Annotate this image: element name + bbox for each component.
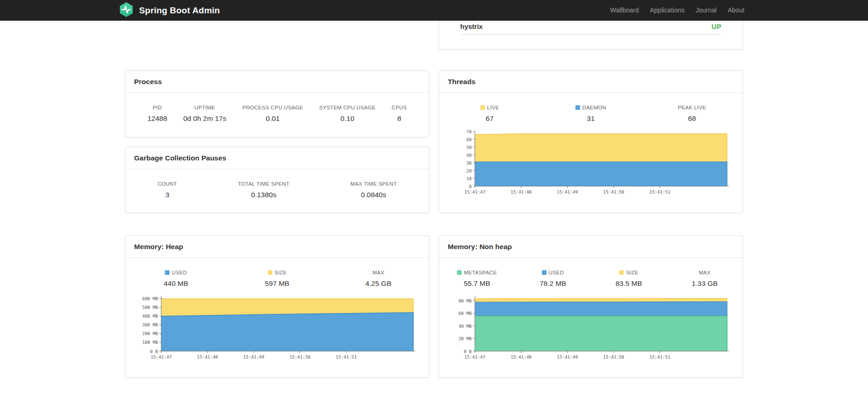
threads-panel-title: Threads (439, 71, 743, 93)
svg-text:15:41:50: 15:41:50 (289, 354, 310, 359)
metric-label: UPTIME (183, 105, 226, 110)
legend-item-metaspace: METASPACE 55.7 MB (439, 270, 515, 288)
used-swatch-icon (165, 270, 169, 275)
gc-panel-title: Garbage Collection Pauses (125, 147, 429, 169)
nav-item-wallboard[interactable]: Wallboard (604, 0, 644, 21)
brand-logo-icon (118, 1, 135, 20)
metric-label: SYSTEM CPU USAGE (319, 105, 376, 110)
metric-pid: PID 12488 (147, 105, 167, 123)
svg-text:15:41:51: 15:41:51 (336, 354, 357, 359)
svg-text:15:41:50: 15:41:50 (603, 189, 624, 194)
application-name-link[interactable]: hystrix (460, 23, 483, 30)
memory-nonheap-panel: Memory: Non heap METASPACE 55.7 MB USED … (439, 235, 743, 378)
legend-value: 78.2 MB (515, 279, 591, 288)
legend-label: USED (515, 270, 591, 275)
metaspace-swatch-icon (457, 270, 462, 275)
applications-panel: hystrix UP (439, 21, 743, 50)
legend-label: METASPACE (439, 270, 515, 275)
threads-legend: LIVE 67 DAEMON 31 PEAK LIVE 68 (439, 93, 743, 123)
svg-text:500 MB: 500 MB (142, 305, 158, 310)
size-swatch-icon (619, 270, 624, 275)
nav-item-journal[interactable]: Journal (690, 0, 722, 21)
metric-label: PID (147, 105, 167, 110)
svg-text:15:41:48: 15:41:48 (511, 354, 532, 359)
brand-link[interactable]: Spring Boot Admin (118, 1, 220, 20)
svg-text:60 MB: 60 MB (458, 311, 472, 316)
svg-text:0 B: 0 B (150, 349, 158, 354)
legend-item-size: SIZE 597 MB (226, 270, 327, 288)
metric-cpus: CPUS 8 (392, 105, 407, 123)
legend-value: 440 MB (125, 279, 226, 288)
legend-item-size: SIZE 83.5 MB (591, 270, 667, 288)
legend-value: 83.5 MB (591, 279, 667, 288)
legend-item-used: USED 440 MB (125, 270, 226, 288)
daemon-swatch-icon (575, 105, 580, 110)
svg-text:15:41:48: 15:41:48 (511, 189, 532, 194)
metric-value: 8 (392, 114, 407, 123)
svg-text:0 B: 0 B (464, 349, 472, 354)
svg-text:200 MB: 200 MB (142, 331, 158, 336)
legend-label: MAX (328, 270, 429, 275)
metric-label: PROCESS CPU USAGE (242, 105, 303, 110)
svg-text:15:41:47: 15:41:47 (151, 354, 172, 359)
svg-text:80 MB: 80 MB (458, 298, 472, 303)
nonheap-memory-chart: 0 B20 MB40 MB60 MB80 MB15:41:4715:41:481… (443, 293, 739, 362)
legend-value: 31 (540, 114, 641, 123)
legend-value: 1.33 GB (667, 279, 743, 288)
nav-item-about[interactable]: About (722, 0, 750, 21)
nav-links: Wallboard Applications Journal About (604, 0, 750, 21)
metric-value: 0.10 (319, 114, 376, 123)
legend-label: LIVE (439, 105, 540, 110)
svg-text:0: 0 (469, 184, 472, 189)
legend-label: DAEMON (540, 105, 641, 110)
svg-text:15:41:48: 15:41:48 (197, 354, 218, 359)
svg-text:50: 50 (467, 145, 472, 150)
metric-value: 0.0840s (350, 191, 397, 199)
process-panel-title: Process (125, 71, 429, 93)
svg-text:15:41:51: 15:41:51 (649, 189, 671, 194)
svg-text:300 MB: 300 MB (142, 322, 158, 327)
svg-text:15:41:47: 15:41:47 (464, 354, 485, 359)
memory-heap-legend: USED 440 MB SIZE 597 MB MAX 4.25 GB (125, 258, 429, 288)
svg-text:400 MB: 400 MB (142, 313, 158, 319)
legend-item-peak-live: PEAK LIVE 68 (642, 105, 743, 123)
process-metrics: PID 12488 UPTIME 0d 0h 2m 17s PROCESS CP… (125, 93, 429, 123)
heap-memory-chart: 0 B100 MB200 MB300 MB400 MB500 MB600 MB1… (129, 293, 425, 362)
threads-panel: Threads LIVE 67 DAEMON 31 PEAK LIVE 68 (439, 70, 743, 213)
nav-item-applications[interactable]: Applications (644, 0, 690, 21)
metric-system-cpu: SYSTEM CPU USAGE 0.10 (319, 105, 376, 123)
metric-label: TOTAL TIME SPENT (238, 181, 289, 187)
size-swatch-icon (268, 270, 272, 275)
legend-label: PEAK LIVE (642, 105, 743, 110)
memory-nonheap-panel-title: Memory: Non heap (439, 236, 743, 258)
legend-value: 67 (439, 114, 540, 123)
legend-item-live: LIVE 67 (439, 105, 540, 123)
main-content: Process PID 12488 UPTIME 0d 0h 2m 17s PR… (125, 21, 743, 378)
legend-label: MAX (667, 270, 743, 275)
svg-text:100 MB: 100 MB (142, 340, 158, 345)
left-column: Process PID 12488 UPTIME 0d 0h 2m 17s PR… (125, 21, 429, 378)
used-swatch-icon (542, 270, 547, 275)
legend-value: 4.25 GB (328, 279, 429, 288)
metric-gc-count: COUNT 3 (158, 181, 177, 199)
metric-value: 0.01 (242, 114, 303, 123)
legend-value: 68 (642, 114, 743, 123)
metric-value: 3 (158, 191, 177, 199)
legend-label: USED (125, 270, 226, 275)
navbar-inner: Spring Boot Admin Wallboard Applications… (118, 0, 750, 21)
memory-nonheap-legend: METASPACE 55.7 MB USED 78.2 MB SIZE 83.5… (439, 258, 743, 288)
svg-text:60: 60 (467, 137, 472, 142)
metric-value: 0d 0h 2m 17s (183, 114, 226, 123)
svg-text:15:41:49: 15:41:49 (557, 189, 578, 194)
metric-label: MAX TIME SPENT (350, 181, 397, 187)
application-row[interactable]: hystrix UP (460, 21, 721, 35)
svg-text:15:41:50: 15:41:50 (603, 354, 624, 359)
status-badge: UP (711, 23, 721, 30)
process-panel: Process PID 12488 UPTIME 0d 0h 2m 17s PR… (125, 70, 429, 137)
svg-text:30: 30 (467, 160, 472, 165)
right-column: hystrix UP Threads LIVE 67 DAEMON 31 (439, 21, 743, 378)
metric-process-cpu: PROCESS CPU USAGE 0.01 (242, 105, 303, 123)
legend-label: SIZE (226, 270, 327, 275)
metric-value: 0.1380s (238, 191, 289, 199)
gc-panel: Garbage Collection Pauses COUNT 3 TOTAL … (125, 147, 429, 213)
